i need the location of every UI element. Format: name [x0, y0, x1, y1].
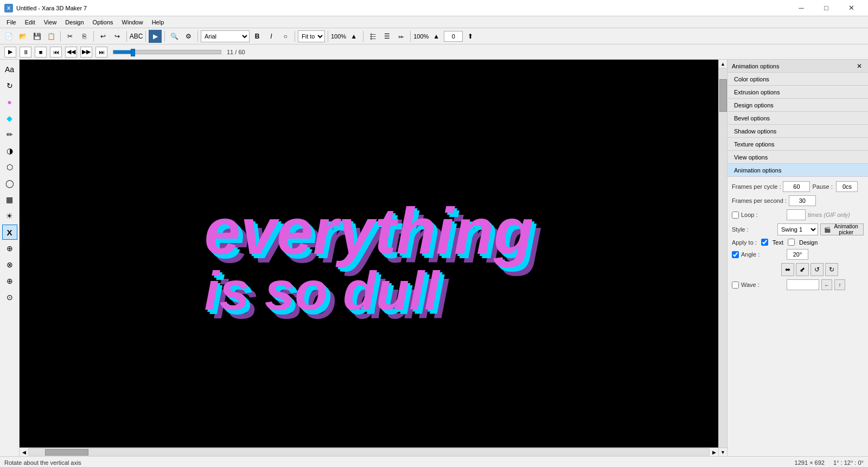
minimize-button[interactable]: ─ — [789, 0, 814, 16]
menu-design[interactable]: Design — [61, 16, 88, 28]
dir-diagonal[interactable]: ⬋ — [796, 263, 809, 276]
anim-play[interactable]: ▶ — [4, 47, 16, 57]
anim-last[interactable]: ⏭ — [95, 47, 107, 57]
wave-label: Wave : — [741, 282, 784, 288]
zoom-selector[interactable]: Fit to width — [298, 30, 325, 42]
menu-edit[interactable]: Edit — [21, 16, 40, 28]
anim-stop[interactable]: ■ — [35, 47, 47, 57]
wave-checkbox[interactable] — [732, 282, 739, 289]
nav-design-options[interactable]: Design options — [727, 99, 868, 112]
style-selector[interactable]: Swing 1 Swing 2 Rotate Bounce Zoom — [777, 223, 818, 235]
zoom2-tool[interactable]: ⊕ — [2, 241, 17, 256]
new-button[interactable]: 📄 — [2, 30, 15, 43]
wave-up-btn[interactable]: ↑ — [834, 279, 845, 290]
color2-tool[interactable]: ◆ — [2, 111, 17, 126]
animation-options-content: Frames per cycle : Pause : Frames per se… — [727, 177, 868, 456]
menu-file[interactable]: File — [2, 16, 21, 28]
globe2-tool[interactable]: ⊙ — [2, 290, 17, 305]
wave-input[interactable] — [787, 279, 819, 290]
panel-close-button[interactable]: ✕ — [855, 62, 864, 71]
copy-button[interactable]: ⎘ — [78, 30, 91, 43]
anim-first[interactable]: ⏮ — [50, 47, 62, 57]
xbutton-tool[interactable]: X — [2, 225, 17, 240]
vscroll-thumb[interactable] — [719, 79, 727, 112]
open-button[interactable]: 📂 — [16, 30, 29, 43]
pan-tool[interactable]: ⊗ — [2, 257, 17, 272]
spell-button[interactable]: ABC — [130, 30, 143, 43]
menu-window[interactable]: Window — [118, 16, 148, 28]
pause-input[interactable] — [836, 181, 858, 192]
bevel-tool[interactable]: ◯ — [2, 176, 17, 191]
loop-times-input[interactable] — [787, 209, 806, 220]
animation-progress[interactable] — [113, 50, 221, 54]
hscroll-left[interactable]: ◀ — [20, 448, 28, 456]
zoom-up-btn[interactable]: ▲ — [347, 30, 360, 43]
color1-tool[interactable]: ● — [2, 94, 17, 110]
menu-view[interactable]: View — [40, 16, 61, 28]
size-apply[interactable]: ⬆ — [464, 30, 477, 43]
text-tool[interactable]: Aa — [2, 62, 17, 77]
globe-tool[interactable]: ⊕ — [2, 273, 17, 289]
wave-left-btn[interactable]: ← — [821, 279, 832, 290]
apply-design-checkbox[interactable] — [788, 239, 795, 246]
apply-text-checkbox[interactable] — [761, 239, 768, 246]
anim-pause[interactable]: ⏸ — [20, 47, 31, 57]
align-right[interactable]: ⬰ — [394, 30, 407, 43]
panel-title: Animation options — [732, 63, 779, 69]
shape-tool[interactable]: ◑ — [2, 143, 17, 158]
nav-color-options[interactable]: Color options — [727, 73, 868, 86]
frames-per-second-input[interactable] — [789, 195, 816, 206]
hscroll-right[interactable]: ▶ — [710, 448, 718, 456]
bold-button[interactable]: B — [251, 30, 264, 43]
rotate-tool[interactable]: ↻ — [2, 78, 17, 93]
size-up-btn[interactable]: ▲ — [430, 30, 443, 43]
cut-button[interactable]: ✂ — [63, 30, 76, 43]
options-button[interactable]: ⚙ — [182, 30, 195, 43]
italic-button[interactable]: I — [265, 30, 278, 43]
close-button[interactable]: ✕ — [839, 0, 864, 16]
nav-bevel-options[interactable]: Bevel options — [727, 112, 868, 125]
separator-5 — [164, 31, 165, 42]
dir-cw[interactable]: ↻ — [825, 263, 838, 276]
nav-shadow-options[interactable]: Shadow options — [727, 125, 868, 138]
font-selector[interactable]: Arial — [201, 30, 250, 42]
export-button[interactable]: 📋 — [44, 30, 58, 43]
anim-prev[interactable]: ◀◀ — [65, 47, 77, 57]
vscroll-up[interactable]: ▲ — [719, 60, 727, 68]
size-input[interactable] — [444, 31, 463, 42]
canvas-content: everything is so dull — [183, 188, 556, 329]
menu-help[interactable]: Help — [148, 16, 169, 28]
color-button[interactable]: ○ — [279, 30, 292, 43]
anim-next[interactable]: ▶▶ — [80, 47, 92, 57]
hscroll-track[interactable] — [28, 448, 710, 456]
light-tool[interactable]: ☀ — [2, 208, 17, 223]
texture-tool[interactable]: ▦ — [2, 192, 17, 207]
nav-texture-options[interactable]: Texture options — [727, 138, 868, 151]
nav-animation-options[interactable]: Animation options — [727, 164, 868, 177]
progress-thumb[interactable] — [131, 49, 135, 56]
dir-horizontal[interactable]: ⬌ — [781, 263, 794, 276]
dir-ccw[interactable]: ↺ — [810, 263, 824, 276]
path-tool[interactable]: ✏ — [2, 127, 17, 142]
vscroll-down[interactable]: ▼ — [719, 447, 727, 456]
redo-button[interactable]: ↪ — [111, 30, 124, 43]
find-button[interactable]: 🔍 — [168, 30, 181, 43]
canvas-inner[interactable]: everything is so dull — [20, 60, 718, 456]
menu-options[interactable]: Options — [88, 16, 118, 28]
align-center[interactable]: ☰ — [380, 30, 393, 43]
align-left[interactable]: ⬱ — [366, 30, 379, 43]
extrude-tool[interactable]: ⬡ — [2, 159, 17, 175]
undo-button[interactable]: ↩ — [97, 30, 110, 43]
maximize-button[interactable]: □ — [814, 0, 839, 16]
loop-checkbox[interactable] — [732, 212, 739, 219]
vscroll-track[interactable] — [719, 68, 727, 447]
preview-button[interactable]: ▶ — [149, 30, 162, 43]
angle-input[interactable] — [787, 249, 808, 260]
save-button[interactable]: 💾 — [30, 30, 43, 43]
animation-picker-button[interactable]: 🎬 Animation picker — [820, 223, 864, 235]
nav-view-options[interactable]: View options — [727, 151, 868, 164]
angle-checkbox[interactable] — [732, 251, 739, 258]
nav-extrusion-options[interactable]: Extrusion options — [727, 86, 868, 99]
frames-per-cycle-input[interactable] — [783, 181, 810, 192]
hscroll-thumb[interactable] — [45, 449, 88, 456]
